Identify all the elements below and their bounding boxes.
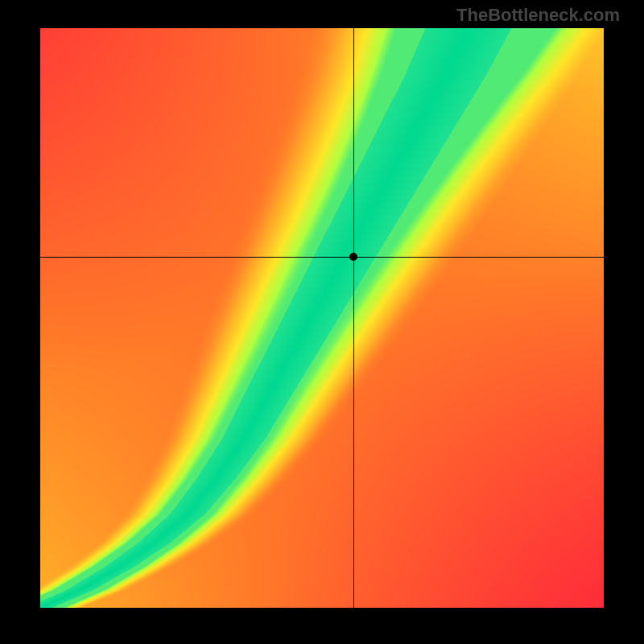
crosshair-horizontal — [40, 257, 604, 258]
heatmap-canvas — [40, 28, 604, 608]
plot-area[interactable] — [40, 28, 604, 608]
crosshair-vertical — [353, 28, 354, 608]
watermark-text: TheBottleneck.com — [456, 5, 620, 26]
chart-container: TheBottleneck.com — [0, 0, 644, 644]
crosshair-marker — [349, 253, 357, 261]
